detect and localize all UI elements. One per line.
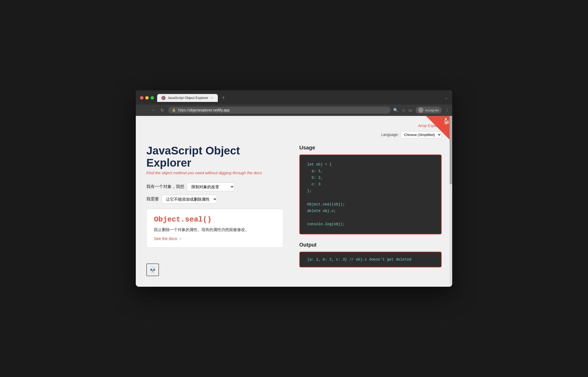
new-tab-button[interactable]: + <box>220 95 227 101</box>
reload-button[interactable]: ↻ <box>159 107 166 114</box>
tab-menu-icon[interactable]: ⌄ <box>445 95 448 100</box>
search-icon[interactable]: 🔍 <box>393 108 398 113</box>
method-desc: 阻止删除一个对象的属性。现有的属性仍然能被修改。 <box>154 227 276 233</box>
browser-window: 🌐 JavaScript Object Explorer × + ⌄ ← → ↻… <box>136 90 452 287</box>
usage-title: Usage <box>299 145 442 151</box>
active-tab[interactable]: 🌐 JavaScript Object Explorer × <box>157 94 218 102</box>
tab-favicon: 🌐 <box>161 96 166 100</box>
language-label: Language: <box>381 133 399 137</box>
back-button[interactable]: ← <box>139 107 146 114</box>
top-links: Array Explorer <box>146 123 442 128</box>
query2-select[interactable]: 让它不能添加或删除属性 <box>162 195 217 204</box>
page-subtitle: Find the object method you need without … <box>146 171 283 175</box>
right-panel: Usage let obj = { a: 1, b: 2, c: 3 }; Ob… <box>299 145 442 268</box>
tab-title: JavaScript Object Explorer <box>168 96 208 100</box>
output-block: {a: 1, b: 2, c: 3} // obj.c doesn't get … <box>299 252 442 267</box>
close-button[interactable] <box>140 96 143 100</box>
method-name: Object.seal() <box>154 215 276 224</box>
scrollbar[interactable] <box>450 116 452 287</box>
incognito-badge[interactable]: Incognito <box>416 107 442 114</box>
menu-icon[interactable]: ⋮ <box>445 108 449 113</box>
page-content: 🐕 Array Explorer Language: Chinese (Simp… <box>136 116 452 287</box>
query-row-1: 我有一个对象，我想 限制对象的改变 <box>146 182 283 191</box>
query1-prefix: 我有一个对象，我想 <box>146 184 184 190</box>
language-selector: Language: Chinese (Simplified) English <box>146 131 442 138</box>
ribbon-dog-icon: 🐕 <box>443 118 450 125</box>
bookmark-icon[interactable]: ☆ <box>402 108 405 113</box>
output-title: Output <box>299 242 442 248</box>
result-card: Object.seal() 阻止删除一个对象的属性。现有的属性仍然能被修改。 S… <box>146 209 283 248</box>
main-layout: JavaScript Object Explorer Find the obje… <box>146 145 442 276</box>
corner-ribbon: 🐕 <box>426 116 452 142</box>
browser-navbar: ← → ↻ 🔒 https://objectexplorer.netlify.a… <box>136 105 452 116</box>
incognito-label: Incognito <box>425 108 439 112</box>
corner-ribbon-inner: 🐕 <box>426 116 452 142</box>
bottom-logo: 💀 <box>146 263 283 276</box>
docs-link[interactable]: See the docs → <box>154 236 182 241</box>
nav-right: 🔍 ☆ ▭ Incognito ⋮ <box>393 107 449 114</box>
lock-icon: 🔒 <box>172 108 176 112</box>
code-block: let obj = { a: 1, b: 2, c: 3 }; Object.s… <box>299 154 442 235</box>
url-domain: objectexplorer.netlify.app <box>189 108 230 112</box>
minimize-button[interactable] <box>145 96 149 100</box>
sidebar-toggle-icon[interactable]: ▭ <box>408 108 412 113</box>
scrollbar-thumb[interactable] <box>450 116 452 184</box>
query1-select[interactable]: 限制对象的改变 <box>187 182 234 191</box>
left-panel: JavaScript Object Explorer Find the obje… <box>146 145 283 276</box>
address-bar[interactable]: 🔒 https://objectexplorer.netlify.app <box>168 107 391 114</box>
query-row-2: 我需要 让它不能添加或删除属性 <box>146 195 283 204</box>
forward-button[interactable]: → <box>149 107 156 114</box>
tab-close-button[interactable]: × <box>210 96 214 100</box>
traffic-lights <box>140 96 154 100</box>
query2-prefix: 我需要 <box>146 196 159 202</box>
maximize-button[interactable] <box>151 96 154 100</box>
skeleton-icon: 💀 <box>146 263 159 276</box>
browser-titlebar: 🌐 JavaScript Object Explorer × + ⌄ <box>136 90 452 105</box>
incognito-avatar <box>418 107 423 113</box>
tab-bar: 🌐 JavaScript Object Explorer × + <box>157 94 441 102</box>
url-text: https://objectexplorer.netlify.app <box>178 108 230 112</box>
page-title: JavaScript Object Explorer <box>146 145 283 169</box>
